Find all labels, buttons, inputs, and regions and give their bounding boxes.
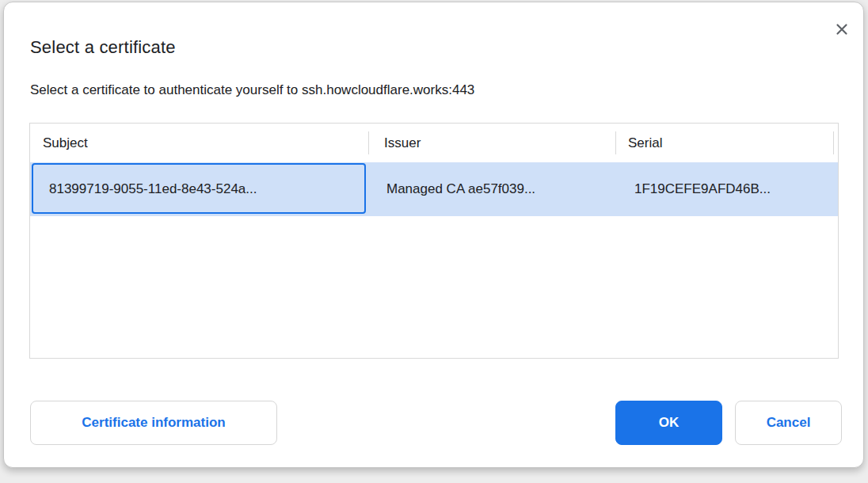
column-divider [833, 131, 834, 154]
certificate-row-selected[interactable]: 81399719-9055-11ed-8e43-524a... Managed … [30, 162, 838, 216]
column-header-subject[interactable]: Subject [43, 124, 88, 162]
dialog-subtitle: Select a certificate to authenticate you… [30, 82, 474, 98]
column-divider [368, 131, 369, 154]
close-icon [833, 21, 851, 38]
cell-subject[interactable]: 81399719-9055-11ed-8e43-524a... [49, 162, 257, 216]
certificate-select-dialog: Select a certificate Select a certificat… [3, 2, 864, 468]
cell-issuer[interactable]: Managed CA ae57f039... [386, 162, 535, 216]
cell-serial[interactable]: 1F19CEFE9AFD46B... [634, 162, 771, 216]
column-header-issuer[interactable]: Issuer [384, 124, 421, 162]
certificate-table: Subject Issuer Serial 81399719-9055-11ed… [29, 123, 839, 359]
cancel-button[interactable]: Cancel [735, 401, 842, 445]
close-button[interactable] [828, 15, 856, 44]
column-header-serial[interactable]: Serial [628, 124, 662, 162]
page-background: { "dialog": { "title": "Select a certifi… [0, 0, 868, 483]
column-divider [615, 131, 616, 154]
certificate-information-button[interactable]: Certificate information [30, 401, 277, 445]
table-header: Subject Issuer Serial [30, 124, 838, 162]
dialog-title: Select a certificate [30, 37, 176, 58]
ok-button[interactable]: OK [615, 401, 722, 445]
